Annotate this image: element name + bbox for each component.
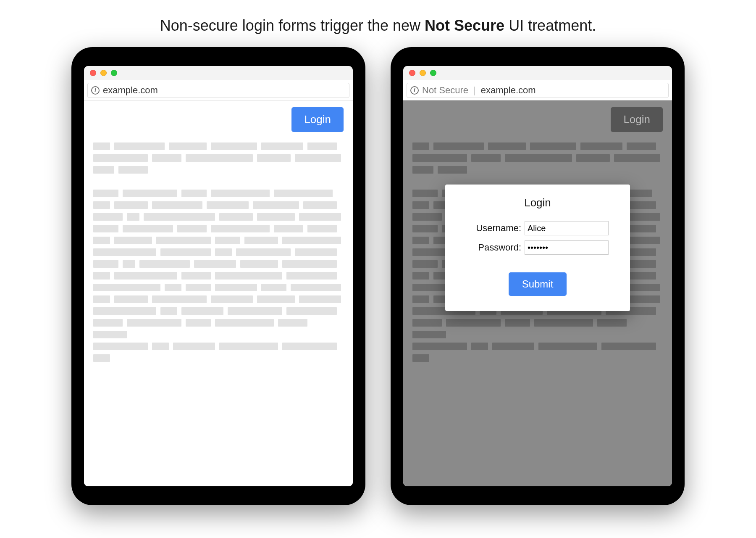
username-row: Username: bbox=[458, 221, 617, 235]
browser-window-left: i example.com Login bbox=[84, 66, 353, 486]
page-viewport-right: Login bbox=[403, 100, 672, 486]
address-divider: | bbox=[473, 85, 476, 96]
submit-button[interactable]: Submit bbox=[509, 272, 567, 296]
browser-window-right: i Not Secure | example.com Login bbox=[403, 66, 672, 486]
close-icon[interactable] bbox=[409, 70, 415, 76]
caption-text: Non-secure login forms trigger the new N… bbox=[160, 17, 596, 34]
address-bar: i Not Secure | example.com bbox=[403, 80, 672, 100]
caption-post: UI treatment. bbox=[504, 17, 596, 34]
username-input[interactable] bbox=[525, 221, 609, 235]
window-titlebar bbox=[403, 66, 672, 80]
device-frame-right: i Not Secure | example.com Login bbox=[391, 47, 685, 505]
url-text: example.com bbox=[481, 85, 536, 96]
maximize-icon[interactable] bbox=[111, 70, 117, 76]
close-icon[interactable] bbox=[90, 70, 96, 76]
address-input[interactable]: i Not Secure | example.com bbox=[407, 83, 669, 98]
address-bar: i example.com bbox=[84, 80, 353, 100]
minimize-icon[interactable] bbox=[420, 70, 426, 76]
password-row: Password: bbox=[458, 240, 617, 255]
login-dialog: Login Username: Password: Submit bbox=[445, 185, 630, 311]
device-frame-left: i example.com Login bbox=[71, 47, 365, 505]
minimize-icon[interactable] bbox=[100, 70, 107, 76]
username-label: Username: bbox=[467, 223, 521, 234]
info-icon[interactable]: i bbox=[91, 86, 100, 95]
password-input[interactable] bbox=[525, 240, 609, 255]
dialog-title: Login bbox=[458, 196, 617, 209]
login-button[interactable]: Login bbox=[291, 107, 344, 132]
maximize-icon[interactable] bbox=[430, 70, 436, 76]
page-viewport-left: Login bbox=[84, 100, 353, 486]
not-secure-label: Not Secure bbox=[422, 85, 468, 96]
address-input[interactable]: i example.com bbox=[87, 83, 349, 98]
password-label: Password: bbox=[467, 242, 521, 253]
caption-pre: Non-secure login forms trigger the new bbox=[160, 17, 425, 34]
login-button[interactable]: Login bbox=[611, 107, 663, 132]
window-titlebar bbox=[84, 66, 353, 80]
content-placeholder bbox=[93, 142, 344, 362]
url-text: example.com bbox=[103, 85, 158, 96]
caption-bold: Not Secure bbox=[425, 17, 504, 34]
info-icon[interactable]: i bbox=[410, 86, 419, 95]
